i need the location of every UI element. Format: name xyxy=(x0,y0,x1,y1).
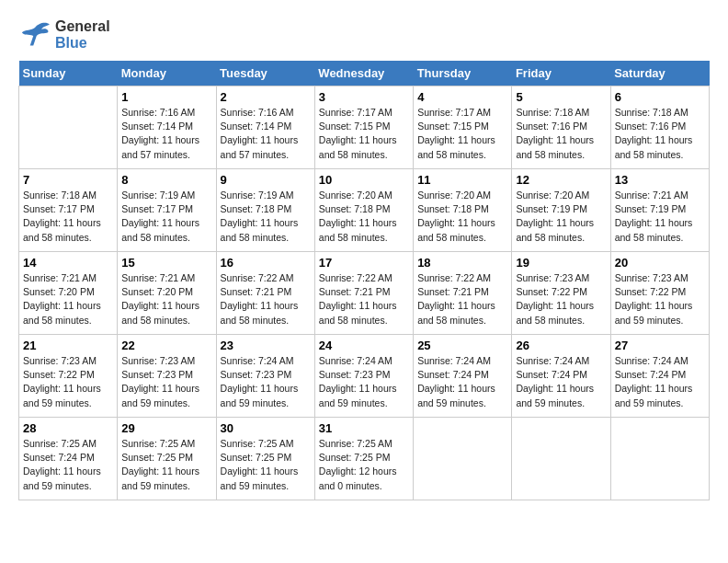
calendar-cell: 6Sunrise: 7:18 AM Sunset: 7:16 PM Daylig… xyxy=(610,86,709,169)
header-sunday: Sunday xyxy=(19,61,118,86)
calendar-cell: 10Sunrise: 7:20 AM Sunset: 7:18 PM Dayli… xyxy=(314,169,413,252)
calendar-cell: 17Sunrise: 7:22 AM Sunset: 7:21 PM Dayli… xyxy=(314,252,413,335)
day-number: 22 xyxy=(121,339,211,352)
day-info: Sunrise: 7:20 AM Sunset: 7:18 PM Dayligh… xyxy=(319,189,409,245)
calendar-cell xyxy=(610,418,709,500)
calendar-cell: 29Sunrise: 7:25 AM Sunset: 7:25 PM Dayli… xyxy=(118,418,216,500)
calendar-cell xyxy=(512,418,610,500)
day-info: Sunrise: 7:19 AM Sunset: 7:17 PM Dayligh… xyxy=(121,189,211,245)
header-monday: Monday xyxy=(118,61,216,86)
day-number: 13 xyxy=(615,173,705,187)
header-thursday: Thursday xyxy=(414,61,512,86)
day-info: Sunrise: 7:23 AM Sunset: 7:22 PM Dayligh… xyxy=(23,354,113,410)
day-number: 28 xyxy=(23,421,113,435)
day-info: Sunrise: 7:25 AM Sunset: 7:25 PM Dayligh… xyxy=(221,437,311,493)
day-info: Sunrise: 7:24 AM Sunset: 7:23 PM Dayligh… xyxy=(221,354,311,410)
calendar-cell: 13Sunrise: 7:21 AM Sunset: 7:19 PM Dayli… xyxy=(610,169,709,252)
calendar-week-row: 28Sunrise: 7:25 AM Sunset: 7:24 PM Dayli… xyxy=(19,418,710,500)
logo-icon xyxy=(18,21,51,49)
calendar-cell: 20Sunrise: 7:23 AM Sunset: 7:22 PM Dayli… xyxy=(610,252,709,335)
day-number: 5 xyxy=(516,90,606,104)
page-header: General Blue xyxy=(18,18,710,52)
day-info: Sunrise: 7:17 AM Sunset: 7:15 PM Dayligh… xyxy=(319,106,409,162)
calendar-cell xyxy=(19,86,118,169)
calendar-cell: 30Sunrise: 7:25 AM Sunset: 7:25 PM Dayli… xyxy=(216,418,314,500)
calendar-cell: 21Sunrise: 7:23 AM Sunset: 7:22 PM Dayli… xyxy=(19,335,118,418)
day-info: Sunrise: 7:16 AM Sunset: 7:14 PM Dayligh… xyxy=(121,106,211,162)
day-number: 29 xyxy=(121,421,211,435)
calendar-cell: 8Sunrise: 7:19 AM Sunset: 7:17 PM Daylig… xyxy=(118,169,216,252)
calendar-week-row: 7Sunrise: 7:18 AM Sunset: 7:17 PM Daylig… xyxy=(19,169,710,252)
logo-text: General Blue xyxy=(55,18,110,52)
calendar-table: SundayMondayTuesdayWednesdayThursdayFrid… xyxy=(18,61,710,500)
day-info: Sunrise: 7:19 AM Sunset: 7:18 PM Dayligh… xyxy=(221,189,311,245)
header-saturday: Saturday xyxy=(610,61,709,86)
day-number: 11 xyxy=(417,173,507,187)
calendar-week-row: 14Sunrise: 7:21 AM Sunset: 7:20 PM Dayli… xyxy=(19,252,710,335)
day-info: Sunrise: 7:24 AM Sunset: 7:24 PM Dayligh… xyxy=(417,354,507,410)
day-number: 8 xyxy=(121,173,211,187)
day-number: 7 xyxy=(23,173,113,187)
calendar-cell: 22Sunrise: 7:23 AM Sunset: 7:23 PM Dayli… xyxy=(118,335,216,418)
calendar-cell: 18Sunrise: 7:22 AM Sunset: 7:21 PM Dayli… xyxy=(414,252,512,335)
calendar-cell: 31Sunrise: 7:25 AM Sunset: 7:25 PM Dayli… xyxy=(314,418,413,500)
calendar-cell: 26Sunrise: 7:24 AM Sunset: 7:24 PM Dayli… xyxy=(512,335,610,418)
day-number: 6 xyxy=(615,90,705,104)
calendar-cell: 24Sunrise: 7:24 AM Sunset: 7:23 PM Dayli… xyxy=(314,335,413,418)
day-info: Sunrise: 7:20 AM Sunset: 7:18 PM Dayligh… xyxy=(417,189,507,245)
calendar-cell: 25Sunrise: 7:24 AM Sunset: 7:24 PM Dayli… xyxy=(414,335,512,418)
day-number: 20 xyxy=(615,256,705,270)
calendar-cell: 7Sunrise: 7:18 AM Sunset: 7:17 PM Daylig… xyxy=(19,169,118,252)
day-number: 10 xyxy=(319,173,409,187)
calendar-cell: 11Sunrise: 7:20 AM Sunset: 7:18 PM Dayli… xyxy=(414,169,512,252)
calendar-cell: 16Sunrise: 7:22 AM Sunset: 7:21 PM Dayli… xyxy=(216,252,314,335)
day-number: 25 xyxy=(417,339,507,352)
day-number: 24 xyxy=(319,339,409,352)
day-info: Sunrise: 7:21 AM Sunset: 7:20 PM Dayligh… xyxy=(23,271,113,327)
logo: General Blue xyxy=(18,18,110,52)
day-number: 16 xyxy=(221,256,311,270)
day-info: Sunrise: 7:25 AM Sunset: 7:24 PM Dayligh… xyxy=(23,437,113,493)
calendar-header-row: SundayMondayTuesdayWednesdayThursdayFrid… xyxy=(19,61,710,86)
calendar-week-row: 21Sunrise: 7:23 AM Sunset: 7:22 PM Dayli… xyxy=(19,335,710,418)
day-info: Sunrise: 7:21 AM Sunset: 7:19 PM Dayligh… xyxy=(615,189,705,245)
day-info: Sunrise: 7:17 AM Sunset: 7:15 PM Dayligh… xyxy=(417,106,507,162)
day-info: Sunrise: 7:22 AM Sunset: 7:21 PM Dayligh… xyxy=(417,271,507,327)
calendar-cell: 4Sunrise: 7:17 AM Sunset: 7:15 PM Daylig… xyxy=(414,86,512,169)
calendar-cell: 1Sunrise: 7:16 AM Sunset: 7:14 PM Daylig… xyxy=(118,86,216,169)
day-number: 2 xyxy=(221,90,311,104)
calendar-cell: 14Sunrise: 7:21 AM Sunset: 7:20 PM Dayli… xyxy=(19,252,118,335)
day-info: Sunrise: 7:18 AM Sunset: 7:16 PM Dayligh… xyxy=(615,106,705,162)
day-number: 4 xyxy=(417,90,507,104)
day-info: Sunrise: 7:22 AM Sunset: 7:21 PM Dayligh… xyxy=(221,271,311,327)
calendar-cell: 27Sunrise: 7:24 AM Sunset: 7:24 PM Dayli… xyxy=(610,335,709,418)
calendar-cell: 5Sunrise: 7:18 AM Sunset: 7:16 PM Daylig… xyxy=(512,86,610,169)
day-number: 30 xyxy=(221,421,311,435)
day-info: Sunrise: 7:18 AM Sunset: 7:16 PM Dayligh… xyxy=(516,106,606,162)
day-number: 19 xyxy=(516,256,606,270)
calendar-cell xyxy=(414,418,512,500)
header-friday: Friday xyxy=(512,61,610,86)
day-number: 17 xyxy=(319,256,409,270)
day-number: 15 xyxy=(121,256,211,270)
day-number: 14 xyxy=(23,256,113,270)
day-info: Sunrise: 7:24 AM Sunset: 7:24 PM Dayligh… xyxy=(615,354,705,410)
day-info: Sunrise: 7:16 AM Sunset: 7:14 PM Dayligh… xyxy=(221,106,311,162)
calendar-cell: 2Sunrise: 7:16 AM Sunset: 7:14 PM Daylig… xyxy=(216,86,314,169)
header-wednesday: Wednesday xyxy=(314,61,413,86)
calendar-cell: 12Sunrise: 7:20 AM Sunset: 7:19 PM Dayli… xyxy=(512,169,610,252)
day-info: Sunrise: 7:23 AM Sunset: 7:22 PM Dayligh… xyxy=(615,271,705,327)
day-info: Sunrise: 7:23 AM Sunset: 7:23 PM Dayligh… xyxy=(121,354,211,410)
day-number: 18 xyxy=(417,256,507,270)
day-info: Sunrise: 7:18 AM Sunset: 7:17 PM Dayligh… xyxy=(23,189,113,245)
day-number: 3 xyxy=(319,90,409,104)
day-number: 12 xyxy=(516,173,606,187)
calendar-cell: 23Sunrise: 7:24 AM Sunset: 7:23 PM Dayli… xyxy=(216,335,314,418)
calendar-cell: 15Sunrise: 7:21 AM Sunset: 7:20 PM Dayli… xyxy=(118,252,216,335)
calendar-cell: 19Sunrise: 7:23 AM Sunset: 7:22 PM Dayli… xyxy=(512,252,610,335)
day-info: Sunrise: 7:23 AM Sunset: 7:22 PM Dayligh… xyxy=(516,271,606,327)
day-info: Sunrise: 7:22 AM Sunset: 7:21 PM Dayligh… xyxy=(319,271,409,327)
day-info: Sunrise: 7:21 AM Sunset: 7:20 PM Dayligh… xyxy=(121,271,211,327)
day-info: Sunrise: 7:24 AM Sunset: 7:24 PM Dayligh… xyxy=(516,354,606,410)
day-number: 27 xyxy=(615,339,705,352)
